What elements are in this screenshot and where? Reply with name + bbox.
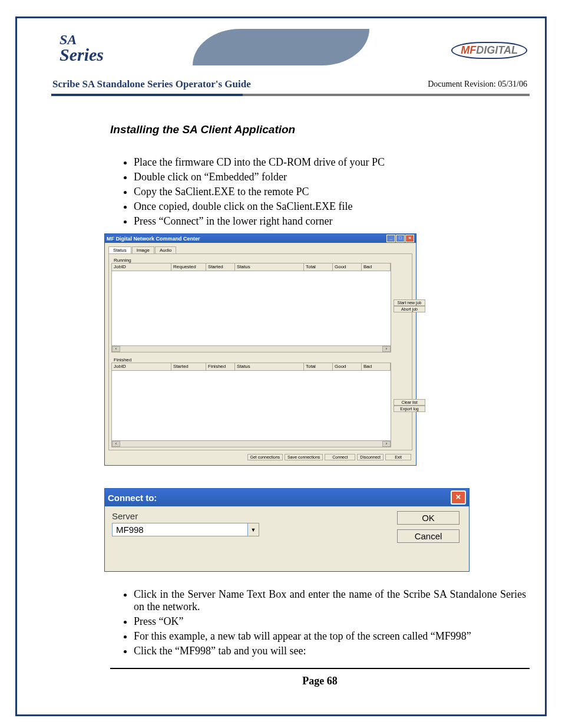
instructions-top: Place the firmware CD into the CD-ROM dr… <box>134 156 530 228</box>
logo-series: Series <box>59 45 104 64</box>
server-combobox[interactable]: MF998 ▼ <box>112 523 259 536</box>
close-icon[interactable]: × <box>451 490 466 505</box>
mf-digital-logo: MFDIGITAL <box>451 42 527 59</box>
running-header: JobID Requested Started Status Total Goo… <box>111 263 391 271</box>
finished-grid-body[interactable] <box>111 371 391 441</box>
col-bad[interactable]: Bad <box>362 363 391 370</box>
col-jobid[interactable]: JobID <box>112 363 171 370</box>
running-grid-body[interactable] <box>111 271 391 346</box>
bottom-button-bar: Get connections Save connections Connect… <box>108 450 412 462</box>
header-swoosh <box>193 29 369 65</box>
maximize-icon[interactable]: □ <box>396 235 405 242</box>
document-revision: Document Revision: 05/31/06 <box>428 80 527 89</box>
tab-audio[interactable]: Audio <box>155 246 176 253</box>
bullet-item: Press “OK” <box>134 615 530 628</box>
server-label: Server <box>112 511 259 521</box>
clear-list-button[interactable]: Clear list <box>394 399 425 406</box>
command-center-window: MF Digital Network Command Center _ □ × … <box>104 233 416 466</box>
get-connections-button[interactable]: Get connections <box>247 454 283 460</box>
export-log-button[interactable]: Export log <box>394 406 425 412</box>
cancel-button[interactable]: Cancel <box>397 529 459 543</box>
connect-button[interactable]: Connect <box>325 454 355 460</box>
finished-hscrollbar[interactable]: ‹› <box>111 441 391 447</box>
col-started[interactable]: Started <box>206 263 235 271</box>
running-hscrollbar[interactable]: ‹› <box>111 346 391 353</box>
window-titlebar[interactable]: MF Digital Network Command Center _ □ × <box>105 234 416 243</box>
running-group-label: Running <box>114 258 391 263</box>
guide-title: Scribe SA Standalone Series Operator's G… <box>52 78 251 90</box>
close-icon[interactable]: × <box>405 235 414 242</box>
start-new-job-button[interactable]: Start new job <box>394 299 425 306</box>
window-title: MF Digital Network Command Center <box>107 236 200 242</box>
running-grid: JobID Requested Started Status Total Goo… <box>111 263 391 353</box>
server-value[interactable]: MF998 <box>113 523 247 536</box>
footer-rule <box>110 668 530 669</box>
bullet-item: Click in the Server Name Text Box and en… <box>134 588 530 613</box>
tab-image[interactable]: Image <box>132 246 154 253</box>
bullet-item: Once copied, double click on the SaClien… <box>134 200 530 213</box>
col-jobid[interactable]: JobID <box>112 263 171 271</box>
logo-mf: MF <box>461 44 476 56</box>
chevron-down-icon[interactable]: ▼ <box>247 523 259 536</box>
page-header: SA Series MFDIGITAL Scribe SA Standalone… <box>51 29 530 96</box>
finished-grid: JobID Started Finished Status Total Good… <box>111 363 391 447</box>
finished-group-label: Finished <box>114 357 391 363</box>
col-finished[interactable]: Finished <box>206 363 235 370</box>
dialog-titlebar[interactable]: Connect to: × <box>105 489 469 506</box>
bullet-item: Copy the SaClient.EXE to the remote PC <box>134 186 530 198</box>
col-total[interactable]: Total <box>304 263 333 271</box>
col-status[interactable]: Status <box>235 363 304 370</box>
ok-button[interactable]: OK <box>397 511 459 525</box>
logo-digital: DIGITAL <box>476 44 518 56</box>
col-bad[interactable]: Bad <box>362 263 391 271</box>
instructions-bottom: Click in the Server Name Text Box and en… <box>134 588 530 657</box>
bullet-item: Press “Connect” in the lower right hand … <box>134 215 530 228</box>
col-started[interactable]: Started <box>171 363 206 370</box>
abort-job-button[interactable]: Abort job <box>394 306 425 312</box>
bullet-item: For this example, a new tab will appear … <box>134 630 530 643</box>
sa-series-logo: SA Series <box>59 32 104 62</box>
exit-button[interactable]: Exit <box>385 454 411 460</box>
col-requested[interactable]: Requested <box>171 263 206 271</box>
disconnect-button[interactable]: Disconnect <box>357 454 384 460</box>
section-heading: Installing the SA Client Application <box>110 123 530 136</box>
bullet-item: Place the firmware CD into the CD-ROM dr… <box>134 156 530 169</box>
dialog-title: Connect to: <box>108 493 157 503</box>
col-total[interactable]: Total <box>304 363 333 370</box>
col-good[interactable]: Good <box>333 363 362 370</box>
connect-dialog: Connect to: × Server MF998 ▼ OK Cancel <box>104 488 470 572</box>
bullet-item: Click the “MF998” tab and you will see: <box>134 645 530 657</box>
bullet-item: Double click on “Embedded” folder <box>134 171 530 183</box>
save-connections-button[interactable]: Save connections <box>285 454 323 460</box>
col-good[interactable]: Good <box>333 263 362 271</box>
minimize-icon[interactable]: _ <box>386 235 395 242</box>
finished-header: JobID Started Finished Status Total Good… <box>111 363 391 371</box>
main-tabs: Status Image Audio <box>108 246 412 254</box>
tab-status[interactable]: Status <box>108 246 131 253</box>
page-number: Page 68 <box>110 675 530 687</box>
col-status[interactable]: Status <box>235 263 304 271</box>
